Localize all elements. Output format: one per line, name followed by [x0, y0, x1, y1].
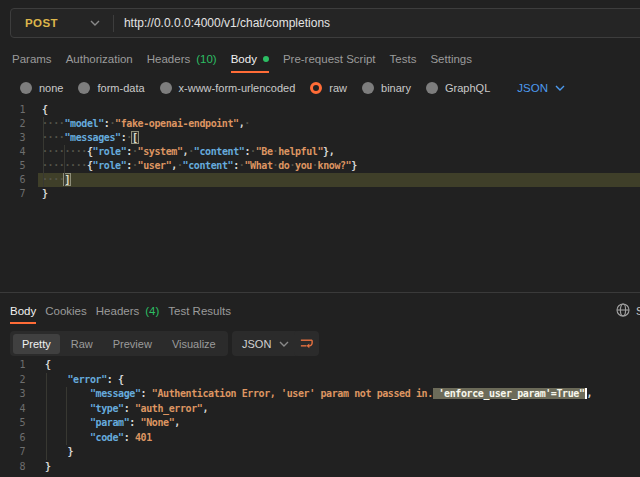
code-line-4[interactable]: 4········{"role":·"system",·"content":·"…	[0, 145, 640, 159]
code-line-3[interactable]: 3 "message": "Authentication Error, 'use…	[0, 387, 640, 402]
body-type-raw[interactable]: raw	[310, 82, 347, 94]
body-type-radios: noneform-datax-www-form-urlencodedrawbin…	[20, 82, 490, 94]
radio-label: form-data	[97, 82, 144, 94]
section-divider	[0, 292, 640, 293]
response-language-label: JSON	[242, 338, 271, 350]
tab-label: Headers	[147, 53, 190, 65]
response-tab-cookies[interactable]: Cookies	[45, 305, 87, 317]
tab-label: Cookies	[45, 305, 87, 317]
line-number: 5	[0, 416, 38, 431]
chevron-down-icon	[279, 341, 289, 347]
line-number: 7	[0, 187, 38, 201]
radio-icon	[362, 82, 374, 94]
selected-text: 'enforce_user_param'=True"	[433, 388, 585, 399]
tab-params[interactable]: Params	[12, 53, 52, 65]
language-selector[interactable]: JSON	[517, 82, 565, 94]
response-tab-test-results[interactable]: Test Results	[168, 305, 231, 317]
request-body-editor[interactable]: 1{2····"model":·"fake-openai-endpoint",·…	[0, 103, 640, 201]
code-content: "error": {	[38, 373, 640, 388]
code-line-4[interactable]: 4 "type": "auth_error",	[0, 402, 640, 417]
body-type-form-data[interactable]: form-data	[78, 82, 144, 94]
postman-app: { "colors": { "orange": "#ff6c37", "gree…	[0, 0, 640, 477]
tab-label: Body	[231, 53, 257, 65]
line-number: 2	[0, 117, 38, 131]
tab-headers[interactable]: Headers(10)	[147, 53, 217, 65]
method-selector[interactable]: POST	[11, 17, 100, 29]
code-line-6[interactable]: 6····]	[0, 173, 640, 187]
response-body-editor[interactable]: 1{2 "error": {3 "message": "Authenticati…	[0, 358, 640, 474]
code-line-1[interactable]: 1{	[0, 103, 640, 117]
code-line-2[interactable]: 2 "error": {	[0, 373, 640, 388]
indent-guide	[64, 145, 65, 187]
code-content: "code": 401	[38, 431, 640, 446]
view-raw[interactable]: Raw	[62, 334, 102, 354]
view-preview[interactable]: Preview	[104, 334, 161, 354]
body-type-graphql[interactable]: GraphQL	[426, 82, 490, 94]
code-line-3[interactable]: 3····"messages":·[	[0, 131, 640, 145]
radio-icon	[426, 82, 438, 94]
divider	[113, 15, 114, 32]
tab-label: Params	[12, 53, 52, 65]
code-line-1[interactable]: 1{	[0, 358, 640, 373]
radio-icon	[310, 82, 322, 94]
tab-count-badge: (4)	[145, 305, 159, 317]
view-pretty[interactable]: Pretty	[13, 334, 60, 354]
line-number: 4	[0, 402, 38, 417]
code-line-7[interactable]: 7 }	[0, 445, 640, 460]
response-tab-body[interactable]: Body	[10, 305, 36, 317]
line-number: 6	[0, 173, 38, 187]
code-content: ········{"role":·"system",·"content":·"B…	[38, 145, 640, 159]
code-content: }	[38, 445, 640, 460]
body-type-none[interactable]: none	[20, 82, 63, 94]
line-number: 5	[0, 159, 38, 173]
tab-label: Tests	[390, 53, 417, 65]
indent-guide	[46, 373, 47, 460]
body-type-x-www-form-urlencoded[interactable]: x-www-form-urlencoded	[160, 82, 296, 94]
tab-label: Test Results	[168, 305, 231, 317]
tab-tests[interactable]: Tests	[390, 53, 417, 65]
tab-settings[interactable]: Settings	[430, 53, 472, 65]
radio-label: none	[39, 82, 63, 94]
tab-label: Headers	[96, 305, 139, 317]
code-line-6[interactable]: 6 "code": 401	[0, 431, 640, 446]
line-number: 4	[0, 145, 38, 159]
tab-authorization[interactable]: Authorization	[66, 53, 133, 65]
tab-pre-request-script[interactable]: Pre-request Script	[283, 53, 376, 65]
line-number: 3	[0, 387, 38, 402]
code-content: ····]	[38, 173, 640, 187]
url-input[interactable]: http://0.0.0.0:4000/v1/chat/completions	[124, 16, 330, 30]
code-content: }	[38, 460, 640, 475]
code-content: }	[38, 187, 640, 201]
tab-label: Authorization	[66, 53, 133, 65]
code-line-5[interactable]: 5········{"role":·"user",·"content":·"Wh…	[0, 159, 640, 173]
chevron-down-icon	[555, 85, 565, 91]
line-number: 8	[0, 460, 38, 475]
code-line-8[interactable]: 8}	[0, 460, 640, 475]
tab-label: Pre-request Script	[283, 53, 376, 65]
radio-label: GraphQL	[445, 82, 490, 94]
radio-icon	[160, 82, 172, 94]
response-tab-headers[interactable]: Headers(4)	[96, 305, 160, 317]
method-label: POST	[25, 17, 58, 29]
code-content: ····"messages":·[	[38, 131, 640, 145]
tab-body[interactable]: Body	[231, 53, 269, 65]
code-line-7[interactable]: 7}	[0, 187, 640, 201]
code-content: "type": "auth_error",	[38, 402, 640, 417]
code-line-2[interactable]: 2····"model":·"fake-openai-endpoint",·	[0, 117, 640, 131]
radio-icon	[78, 82, 90, 94]
radio-label: binary	[381, 82, 411, 94]
body-type-row: noneform-datax-www-form-urlencodedrawbin…	[20, 78, 565, 98]
response-view-switcher: PrettyRawPreviewVisualize	[10, 331, 228, 356]
code-line-5[interactable]: 5 "param": "None",	[0, 416, 640, 431]
body-type-binary[interactable]: binary	[362, 82, 411, 94]
code-content: ····"model":·"fake-openai-endpoint",·	[38, 117, 640, 131]
bracket-match: [	[132, 132, 138, 143]
request-url-bar: POST http://0.0.0.0:4000/v1/chat/complet…	[10, 8, 640, 38]
line-number: 3	[0, 131, 38, 145]
view-visualize[interactable]: Visualize	[163, 334, 225, 354]
bracket-match: ]	[64, 174, 70, 185]
response-language-dropdown[interactable]: JSON	[232, 331, 299, 356]
unsaved-changes-dot-icon	[263, 56, 269, 62]
radio-label: x-www-form-urlencoded	[179, 82, 296, 94]
wrap-text-button[interactable]	[294, 331, 319, 356]
